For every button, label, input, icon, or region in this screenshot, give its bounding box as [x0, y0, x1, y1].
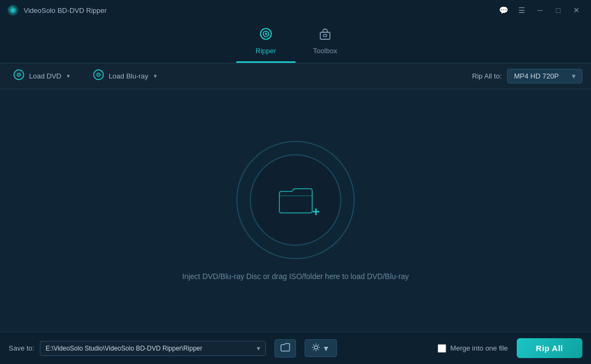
tabbar: Ripper Toolbox: [0, 20, 591, 63]
app-logo: [6, 4, 19, 17]
folder-icon: [277, 184, 314, 216]
toolbar-right: Rip All to: MP4 HD 720P MP4 HD 1080P MKV…: [472, 69, 582, 83]
close-button[interactable]: ✕: [568, 3, 585, 17]
format-select-wrapper: MP4 HD 720P MP4 HD 1080P MKV HD 720P AVI…: [507, 69, 582, 83]
folder-browse-icon: [280, 343, 290, 354]
merge-checkbox[interactable]: [438, 344, 446, 353]
save-to-label: Save to:: [9, 344, 34, 352]
toolbox-tab-icon: [318, 27, 332, 44]
maximize-button[interactable]: □: [550, 3, 566, 17]
svg-point-15: [314, 346, 318, 349]
app-title: VideoSolo BD-DVD Ripper: [24, 6, 107, 15]
load-dvd-button[interactable]: Load DVD ▼: [9, 67, 75, 85]
merge-label: Merge into one file: [451, 344, 508, 352]
drop-circle-inner: +: [250, 154, 341, 246]
tab-toolbox[interactable]: Toolbox: [296, 24, 355, 63]
merge-checkbox-wrapper[interactable]: Merge into one file: [438, 344, 508, 353]
save-to-section: Save to: ▼ ▼: [9, 339, 438, 358]
close-icon: ✕: [573, 6, 580, 15]
ripper-tab-label: Ripper: [256, 47, 276, 55]
folder-browse-button[interactable]: [275, 339, 296, 358]
load-dvd-icon: [13, 69, 25, 83]
main-content: + Inject DVD/Blu-ray Disc or drag ISO/fo…: [0, 89, 591, 332]
svg-rect-6: [320, 32, 330, 39]
feedback-icon: 💬: [499, 6, 508, 15]
titlebar: VideoSolo BD-DVD Ripper 💬 ☰ ─ □ ✕: [0, 0, 591, 20]
settings-chevron: ▼: [322, 344, 330, 353]
minimize-icon: ─: [537, 6, 543, 15]
plus-icon: +: [312, 205, 320, 218]
svg-text:+: +: [101, 70, 103, 74]
save-path-wrapper: ▼: [40, 341, 266, 356]
rip-all-button[interactable]: Rip All: [517, 338, 582, 358]
menu-button[interactable]: ☰: [513, 3, 530, 17]
format-select[interactable]: MP4 HD 720P MP4 HD 1080P MKV HD 720P AVI…: [507, 69, 582, 83]
folder-icon-wrapper: +: [277, 184, 314, 216]
settings-icon: [312, 343, 320, 353]
svg-point-13: [98, 74, 99, 75]
svg-point-2: [11, 9, 15, 12]
rip-all-label: Rip All: [536, 344, 563, 353]
titlebar-controls: 💬 ☰ ─ □ ✕: [495, 3, 585, 17]
bottombar-right: Merge into one file Rip All: [438, 338, 582, 358]
maximize-icon: □: [556, 6, 560, 15]
tab-ripper[interactable]: Ripper: [236, 24, 296, 63]
toolbar-left: Load DVD ▼ + Load Blu-ray ▼: [9, 67, 163, 85]
drop-zone[interactable]: + Inject DVD/Blu-ray Disc or drag ISO/fo…: [182, 141, 409, 281]
minimize-button[interactable]: ─: [532, 3, 548, 17]
svg-point-10: [18, 74, 19, 75]
feedback-button[interactable]: 💬: [495, 3, 511, 17]
drop-circle-outer: +: [236, 141, 355, 259]
menu-icon: ☰: [518, 6, 525, 15]
toolbox-tab-label: Toolbox: [313, 47, 337, 55]
load-dvd-label: Load DVD: [29, 72, 61, 80]
toolbar: Load DVD ▼ + Load Blu-ray ▼ Rip All to: …: [0, 63, 591, 89]
bottombar: Save to: ▼ ▼ Merge into one f: [0, 332, 591, 364]
svg-point-5: [265, 33, 267, 35]
load-dvd-chevron: ▼: [66, 73, 71, 79]
rip-all-to-label: Rip All to:: [472, 72, 502, 80]
load-bluray-icon: +: [93, 69, 104, 83]
drop-instruction: Inject DVD/Blu-ray Disc or drag ISO/fold…: [182, 272, 409, 281]
load-bluray-button[interactable]: + Load Blu-ray ▼: [88, 67, 163, 85]
svg-rect-7: [323, 34, 327, 37]
titlebar-left: VideoSolo BD-DVD Ripper: [6, 4, 107, 17]
load-bluray-chevron: ▼: [153, 73, 158, 79]
save-path-input[interactable]: [40, 341, 266, 356]
load-bluray-label: Load Blu-ray: [109, 72, 149, 80]
ripper-tab-icon: [259, 27, 273, 44]
settings-button[interactable]: ▼: [305, 339, 337, 357]
